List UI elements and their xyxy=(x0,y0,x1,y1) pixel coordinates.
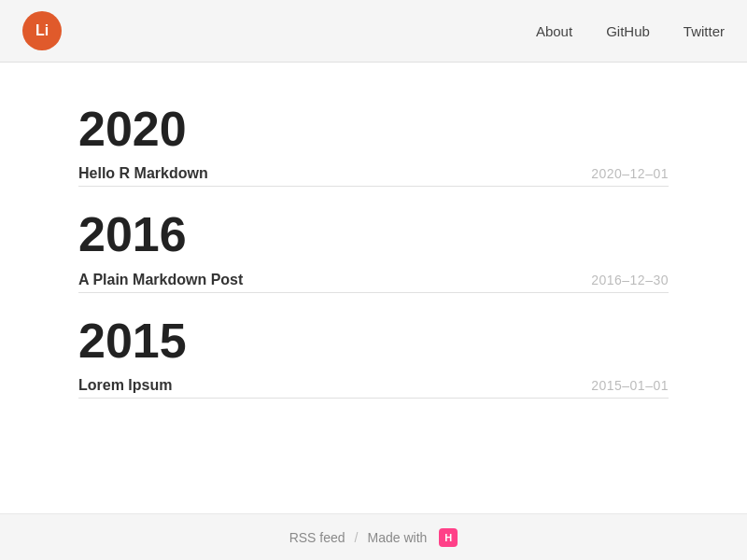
site-footer: RSS feed / Made with H xyxy=(0,513,747,560)
post-title[interactable]: A Plain Markdown Post xyxy=(78,272,243,288)
nav-about[interactable]: About xyxy=(536,23,572,39)
post-row: Lorem Ipsum2015–01–01 xyxy=(78,377,669,399)
rss-feed-link[interactable]: RSS feed xyxy=(289,530,345,545)
year-heading: 2020 xyxy=(78,100,669,158)
post-row: Hello R Markdown2020–12–01 xyxy=(78,165,669,187)
main-nav: About GitHub Twitter xyxy=(536,23,725,39)
post-date: 2016–12–30 xyxy=(591,273,669,287)
site-header: Li About GitHub Twitter xyxy=(0,0,747,63)
footer-separator: / xyxy=(355,530,359,545)
post-row: A Plain Markdown Post2016–12–30 xyxy=(78,272,669,293)
year-heading: 2015 xyxy=(78,312,669,370)
nav-twitter[interactable]: Twitter xyxy=(684,23,725,39)
made-with-text: Made with xyxy=(368,530,428,545)
year-section: 2016A Plain Markdown Post2016–12–30 xyxy=(78,205,669,292)
nav-github[interactable]: GitHub xyxy=(606,23,650,39)
main-content: 2020Hello R Markdown2020–12–012016A Plai… xyxy=(0,63,747,513)
year-section: 2015Lorem Ipsum2015–01–01 xyxy=(78,312,669,399)
post-date: 2015–01–01 xyxy=(591,378,669,393)
post-title[interactable]: Lorem Ipsum xyxy=(78,377,172,394)
hugo-icon: H xyxy=(439,528,458,547)
avatar[interactable]: Li xyxy=(22,11,62,50)
post-date: 2020–12–01 xyxy=(591,166,669,181)
year-section: 2020Hello R Markdown2020–12–01 xyxy=(78,100,669,187)
year-heading: 2016 xyxy=(78,205,669,263)
post-title[interactable]: Hello R Markdown xyxy=(78,165,208,182)
